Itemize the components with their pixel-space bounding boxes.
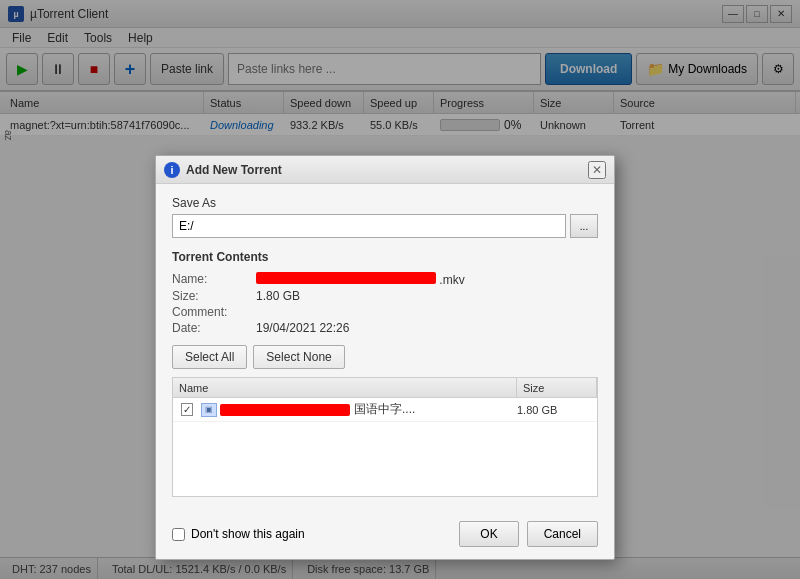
date-value: 19/04/2021 22:26 — [256, 321, 598, 335]
files-col-name: Name — [173, 378, 517, 397]
file-checkbox[interactable] — [181, 403, 193, 416]
torrent-contents-title: Torrent Contents — [172, 250, 598, 264]
files-col-size: Size — [517, 378, 597, 397]
file-row[interactable]: ▣ 国语中字.... 1.80 GB — [173, 398, 597, 422]
dialog-body: Save As ... Torrent Contents Name: .mkv … — [156, 184, 614, 521]
select-all-button[interactable]: Select All — [172, 345, 247, 369]
browse-button[interactable]: ... — [570, 214, 598, 238]
selection-buttons: Select All Select None — [172, 345, 598, 369]
cancel-button[interactable]: Cancel — [527, 521, 598, 547]
dont-show-label: Don't show this again — [191, 527, 305, 541]
ok-button[interactable]: OK — [459, 521, 518, 547]
comment-value — [256, 305, 598, 319]
name-value: .mkv — [256, 272, 598, 287]
date-label: Date: — [172, 321, 252, 335]
dialog-title-bar: i Add New Torrent ✕ — [156, 156, 614, 184]
save-as-input[interactable] — [172, 214, 566, 238]
save-as-row: ... — [172, 214, 598, 238]
name-suffix: .mkv — [439, 273, 464, 287]
files-table: Name Size ▣ 国语中字.... 1.80 GB — [172, 377, 598, 497]
file-name: ▣ 国语中字.... — [197, 401, 513, 418]
dont-show-row: Don't show this again — [172, 527, 305, 541]
comment-label: Comment: — [172, 305, 252, 319]
dialog-info-icon: i — [164, 162, 180, 178]
dialog-close-button[interactable]: ✕ — [588, 161, 606, 179]
dialog-footer: Don't show this again OK Cancel — [156, 521, 614, 559]
dont-show-checkbox[interactable] — [172, 528, 185, 541]
file-icon: ▣ — [201, 403, 217, 417]
file-size: 1.80 GB — [513, 404, 593, 416]
file-checkbox-cell[interactable] — [177, 403, 197, 416]
size-value: 1.80 GB — [256, 289, 598, 303]
file-name-suffix: 国语中字.... — [354, 401, 415, 418]
files-table-header: Name Size — [173, 378, 597, 398]
dialog-title: Add New Torrent — [186, 163, 282, 177]
name-redacted — [256, 272, 436, 284]
save-as-label: Save As — [172, 196, 598, 210]
dialog-action-buttons: OK Cancel — [459, 521, 598, 547]
name-label: Name: — [172, 272, 252, 287]
size-label: Size: — [172, 289, 252, 303]
select-none-button[interactable]: Select None — [253, 345, 344, 369]
file-name-redacted — [220, 404, 350, 416]
add-torrent-dialog: i Add New Torrent ✕ Save As ... Torrent … — [155, 155, 615, 560]
torrent-info-grid: Name: .mkv Size: 1.80 GB Comment: Date: … — [172, 272, 598, 335]
